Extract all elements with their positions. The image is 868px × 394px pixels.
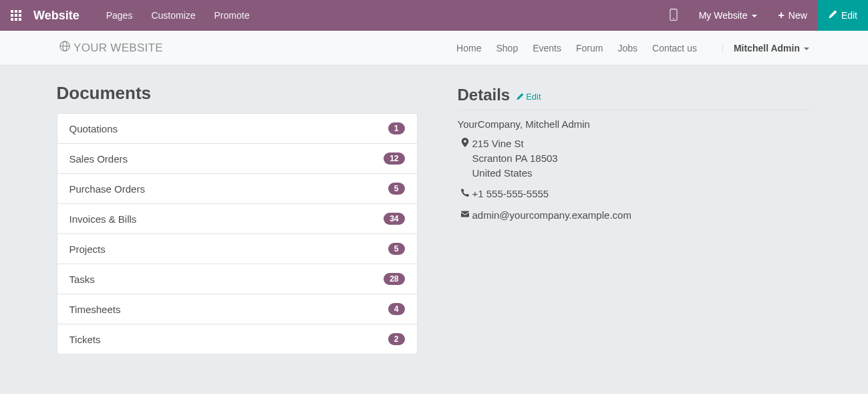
doc-item-label: Tickets [69, 334, 101, 345]
doc-item-tasks[interactable]: Tasks 28 [57, 264, 417, 294]
address-line-3: United States [472, 166, 812, 181]
details-title: Details [458, 86, 511, 104]
menu-pages[interactable]: Pages [106, 10, 133, 21]
details-address-row: 215 Vine St Scranton PA 18503 United Sta… [458, 136, 812, 180]
details-phone: +1 555-555-5555 [472, 187, 812, 201]
doc-item-badge: 12 [384, 153, 404, 165]
doc-item-badge: 34 [384, 213, 404, 225]
nav-link-events[interactable]: Events [533, 43, 561, 54]
edit-button-label: Edit [841, 10, 857, 21]
pencil-icon [829, 10, 837, 21]
doc-item-label: Sales Orders [69, 153, 128, 165]
phone-icon [458, 187, 472, 197]
doc-item-label: Quotations [69, 123, 118, 134]
doc-item-badge: 5 [388, 243, 405, 255]
details-address: 215 Vine St Scranton PA 18503 United Sta… [472, 136, 812, 180]
details-column: Details Edit YourCompany, Mitchell Admin… [458, 83, 812, 355]
address-line-2: Scranton PA 18503 [472, 151, 812, 166]
new-button-label: New [788, 10, 807, 21]
nav-link-shop[interactable]: Shop [496, 43, 518, 54]
plus-icon: + [778, 9, 784, 21]
menu-promote[interactable]: Promote [214, 10, 250, 21]
doc-item-purchase-orders[interactable]: Purchase Orders 5 [57, 174, 417, 204]
edit-button[interactable]: Edit [818, 0, 868, 31]
topbar-menu: Pages Customize Promote [106, 10, 250, 21]
chevron-down-icon [752, 10, 757, 21]
nav-link-contact[interactable]: Contact us [652, 43, 697, 54]
mobile-preview-button[interactable] [659, 0, 688, 31]
details-header: Details Edit [458, 86, 812, 110]
details-edit-label: Edit [526, 92, 541, 102]
details-email-row: admin@yourcompany.example.com [458, 208, 812, 223]
doc-item-badge: 28 [384, 273, 404, 285]
doc-item-badge: 2 [388, 333, 405, 345]
doc-item-timesheets[interactable]: Timesheets 4 [57, 294, 417, 324]
doc-item-sales-orders[interactable]: Sales Orders 12 [57, 144, 417, 174]
site-switcher-label: My Website [699, 10, 748, 21]
documents-column: Documents Quotations 1 Sales Orders 12 P… [57, 83, 418, 355]
doc-item-quotations[interactable]: Quotations 1 [57, 114, 417, 144]
map-marker-icon [458, 136, 472, 147]
nav-user-menu[interactable]: Mitchell Admin [722, 43, 809, 54]
site-logo[interactable]: YOUR WEBSITE [59, 40, 163, 56]
site-navbar: YOUR WEBSITE Home Shop Events Forum Jobs… [0, 31, 868, 66]
app-name[interactable]: Website [33, 9, 80, 23]
doc-item-label: Invoices & Bills [69, 213, 137, 225]
apps-icon[interactable] [11, 10, 21, 21]
nav-user-name: Mitchell Admin [734, 43, 800, 54]
menu-customize[interactable]: Customize [151, 10, 195, 21]
doc-item-label: Tasks [69, 274, 95, 285]
globe-icon [59, 40, 71, 56]
nav-link-jobs[interactable]: Jobs [617, 43, 637, 54]
doc-item-projects[interactable]: Projects 5 [57, 234, 417, 264]
mobile-icon [670, 9, 678, 23]
nav-link-forum[interactable]: Forum [576, 43, 603, 54]
page-content: Documents Quotations 1 Sales Orders 12 P… [57, 66, 812, 381]
doc-item-label: Projects [69, 243, 106, 255]
doc-item-badge: 1 [388, 122, 405, 134]
details-edit-link[interactable]: Edit [517, 92, 541, 102]
chevron-down-icon [804, 43, 809, 54]
nav-links: Home Shop Events Forum Jobs Contact us M… [456, 43, 809, 54]
documents-title: Documents [57, 83, 418, 104]
doc-item-badge: 4 [388, 303, 405, 315]
doc-item-invoices-bills[interactable]: Invoices & Bills 34 [57, 204, 417, 234]
address-line-1: 215 Vine St [472, 136, 812, 151]
details-company: YourCompany, Mitchell Admin [458, 118, 812, 130]
nav-link-home[interactable]: Home [456, 43, 481, 54]
doc-item-tickets[interactable]: Tickets 2 [57, 324, 417, 354]
site-switcher[interactable]: My Website [688, 0, 768, 31]
documents-list: Quotations 1 Sales Orders 12 Purchase Or… [57, 113, 418, 355]
details-email: admin@yourcompany.example.com [472, 208, 812, 223]
doc-item-label: Purchase Orders [69, 183, 145, 195]
envelope-icon [458, 208, 472, 219]
svg-point-1 [673, 18, 674, 19]
site-logo-text: YOUR WEBSITE [74, 41, 163, 55]
pencil-icon [517, 93, 524, 100]
new-button[interactable]: + New [768, 0, 818, 31]
doc-item-label: Timesheets [69, 304, 121, 315]
doc-item-badge: 5 [388, 183, 405, 195]
details-phone-row: +1 555-555-5555 [458, 187, 812, 201]
app-topbar: Website Pages Customize Promote My Websi… [0, 0, 868, 31]
